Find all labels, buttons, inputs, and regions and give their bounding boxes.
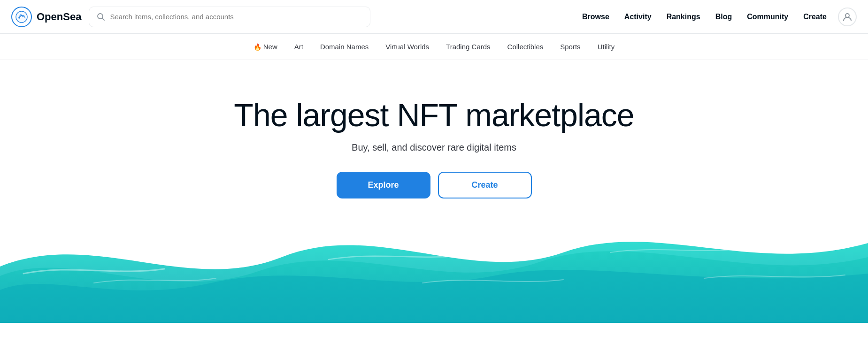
header: OpenSea Browse Activity Rankings Blog Co… [0, 0, 868, 34]
nav-rankings[interactable]: Rankings [661, 9, 706, 25]
logo-link[interactable]: OpenSea [11, 7, 81, 27]
search-icon [97, 13, 105, 21]
nav-browse[interactable]: Browse [576, 9, 615, 25]
nav-blog[interactable]: Blog [710, 9, 738, 25]
main-nav: Browse Activity Rankings Blog Community … [576, 8, 857, 26]
cat-art[interactable]: Art [286, 39, 312, 54]
nav-create[interactable]: Create [798, 9, 832, 25]
hero-subtitle: Buy, sell, and discover rare digital ite… [352, 142, 516, 153]
logo-text: OpenSea [37, 11, 81, 23]
nav-community[interactable]: Community [741, 9, 794, 25]
search-bar [89, 7, 370, 27]
cat-domain-names[interactable]: Domain Names [312, 39, 377, 54]
logo-icon [11, 7, 32, 27]
cat-sports[interactable]: Sports [552, 39, 589, 54]
user-account-icon[interactable] [838, 8, 857, 26]
hero-section: The largest NFT marketplace Buy, sell, a… [0, 60, 868, 323]
svg-point-2 [98, 14, 103, 19]
category-nav: 🔥 New Art Domain Names Virtual Worlds Tr… [0, 34, 868, 60]
fire-icon: 🔥 [253, 43, 261, 51]
svg-point-3 [845, 14, 849, 17]
wave-decoration [0, 182, 868, 323]
cat-collectibles[interactable]: Collectibles [499, 39, 552, 54]
cat-virtual-worlds[interactable]: Virtual Worlds [377, 39, 438, 54]
hero-title: The largest NFT marketplace [234, 98, 634, 133]
search-input[interactable] [110, 13, 362, 21]
nav-activity[interactable]: Activity [619, 9, 657, 25]
cat-new[interactable]: 🔥 New [245, 39, 286, 54]
svg-point-1 [16, 12, 27, 22]
cat-trading-cards[interactable]: Trading Cards [438, 39, 499, 54]
cat-utility[interactable]: Utility [589, 39, 623, 54]
